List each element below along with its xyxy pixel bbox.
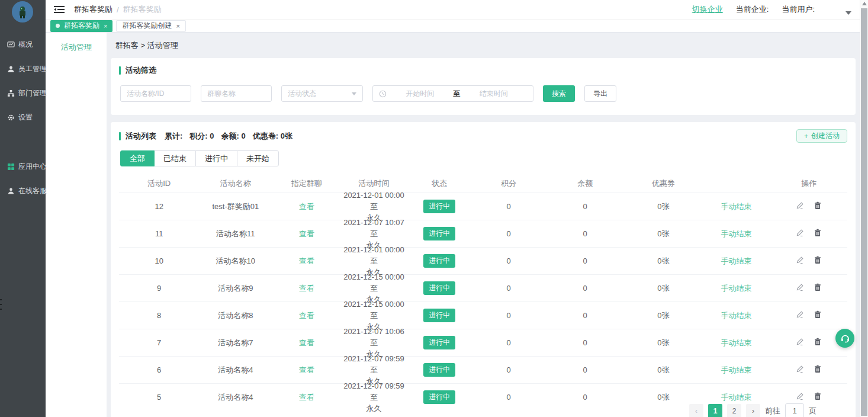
cell-activity-name: 活动名称11 [199,229,272,239]
activity-name-input[interactable] [120,85,191,102]
export-button[interactable]: 导出 [584,85,616,102]
scrollbar-thumb[interactable] [861,8,867,416]
tab-group-reward-create[interactable]: 群拓客奖励创建 × [116,20,185,32]
search-button[interactable]: 搜索 [543,85,575,102]
sidebar-nav: 概况 员工管理 部门管理 设置 应用中心 在线客服 [0,33,46,203]
cell-balance: 0 [545,202,625,211]
view-group-link[interactable]: 查看 [299,229,314,238]
create-activity-button[interactable]: + 创建活动 [796,129,847,143]
cell-activity-name: 活动名称8 [199,310,272,321]
main-content: 群拓客 > 活动管理 活动筛选 活动状态 开始时间 至 结束时间 搜索 导出 [107,33,860,417]
page-button-2[interactable]: 2 [727,404,741,417]
delete-icon[interactable] [814,201,822,210]
row-actions [796,256,822,264]
create-activity-label: 创建活动 [811,131,840,141]
sidebar-item-activity-management[interactable]: 活动管理 [46,33,107,53]
list-title: 活动列表 [126,131,156,142]
status-badge: 进行中 [423,336,455,349]
delete-icon[interactable] [814,392,822,400]
cell-coupons: 0张 [625,392,702,403]
view-group-link[interactable]: 查看 [299,202,314,211]
status-tab-not-started[interactable]: 未开始 [237,150,279,166]
page-button-1[interactable]: 1 [708,404,722,417]
edit-icon[interactable] [796,338,804,346]
view-group-link[interactable]: 查看 [299,311,314,320]
col-target-group: 指定群聊 [272,178,341,189]
clock-icon [379,90,387,98]
cell-activity-time: 2021-12-07 09:59 至 永久 [341,380,407,414]
sidebar-item-app-center[interactable]: 应用中心 [0,155,46,179]
sidebar-item-departments[interactable]: 部门管理 [0,81,46,105]
view-group-link[interactable]: 查看 [299,256,314,265]
view-group-link[interactable]: 查看 [299,393,314,402]
prev-page-button[interactable]: ‹ [689,404,703,417]
col-activity-name: 活动名称 [199,178,272,189]
manual-end-link[interactable]: 手动结束 [721,365,751,374]
close-tab-icon[interactable]: × [176,23,179,30]
manual-end-link[interactable]: 手动结束 [721,202,751,211]
end-time-placeholder[interactable]: 结束时间 [461,89,528,99]
section-bar-icon [119,66,121,75]
manual-end-link[interactable]: 手动结束 [721,229,751,238]
row-actions [796,229,822,237]
cell-activity-name: 活动名称4 [199,365,272,376]
edit-icon[interactable] [796,201,804,210]
view-group-link[interactable]: 查看 [299,365,314,374]
edit-icon[interactable] [796,310,804,319]
sidebar-item-overview[interactable]: 概况 [0,33,46,57]
list-summary: 累计: 积分: 0 余额: 0 优惠卷: 0张 [165,131,292,142]
vertical-scrollbar[interactable] [860,0,868,417]
scrollbar-up-arrow-icon[interactable] [862,2,867,5]
next-page-button[interactable]: › [746,404,760,417]
cell-points: 0 [472,365,545,374]
view-group-link[interactable]: 查看 [299,284,314,293]
delete-icon[interactable] [814,365,822,373]
sidebar-item-employees[interactable]: 员工管理 [0,57,46,81]
view-group-link[interactable]: 查看 [299,338,314,347]
start-time-placeholder[interactable]: 开始时间 [387,89,454,99]
edit-icon[interactable] [796,229,804,237]
table-row: 6 活动名称4 查看 2021-12-07 09:59 至 永久 进行中 0 0… [119,356,847,383]
activity-status-select[interactable]: 活动状态 [281,85,363,102]
manual-end-link[interactable]: 手动结束 [721,311,751,320]
collapse-menu-icon[interactable] [54,5,65,14]
customer-support-button[interactable] [835,329,854,348]
mascot-icon [17,5,28,18]
sidebar-edge-handle[interactable] [0,299,2,312]
edit-icon[interactable] [796,256,804,264]
table-body: 12 test-群奖励01 查看 2021-12-01 00:00 至 永久 进… [119,193,847,410]
delete-icon[interactable] [814,310,822,319]
row-actions [796,201,822,210]
delete-icon[interactable] [814,256,822,264]
status-tab-in-progress[interactable]: 进行中 [195,150,237,166]
status-tab-ended[interactable]: 已结束 [154,150,196,166]
row-actions [796,283,822,291]
range-separator: 至 [454,89,461,99]
edit-icon[interactable] [796,365,804,373]
date-range-picker[interactable]: 开始时间 至 结束时间 [372,85,533,102]
delete-icon[interactable] [814,229,822,237]
col-points: 积分 [472,178,545,189]
sidebar-item-settings[interactable]: 设置 [0,105,46,130]
delete-icon[interactable] [814,338,822,346]
tab-group-reward[interactable]: 群拓客奖励 × [50,20,112,32]
group-name-input[interactable] [201,85,272,102]
switch-company-link[interactable]: 切换企业 [692,4,723,15]
manual-end-link[interactable]: 手动结束 [721,393,751,402]
manual-end-link[interactable]: 手动结束 [721,338,751,347]
close-tab-icon[interactable]: × [104,23,107,30]
manual-end-link[interactable]: 手动结束 [721,284,751,293]
sidebar-item-online-support[interactable]: 在线客服 [0,179,46,203]
edit-icon[interactable] [796,283,804,291]
edit-icon[interactable] [796,392,804,400]
sidebar-item-label: 在线客服 [18,186,47,196]
goto-page-input[interactable] [785,403,804,417]
status-tab-all[interactable]: 全部 [120,150,155,166]
manual-end-link[interactable]: 手动结束 [721,256,751,265]
current-user-label: 当前用户: [782,4,815,15]
user-caret-down-icon[interactable] [846,11,851,15]
active-dot-icon [56,24,60,28]
status-badge: 进行中 [423,200,455,213]
delete-icon[interactable] [814,283,822,291]
section-bar-icon [119,132,121,140]
